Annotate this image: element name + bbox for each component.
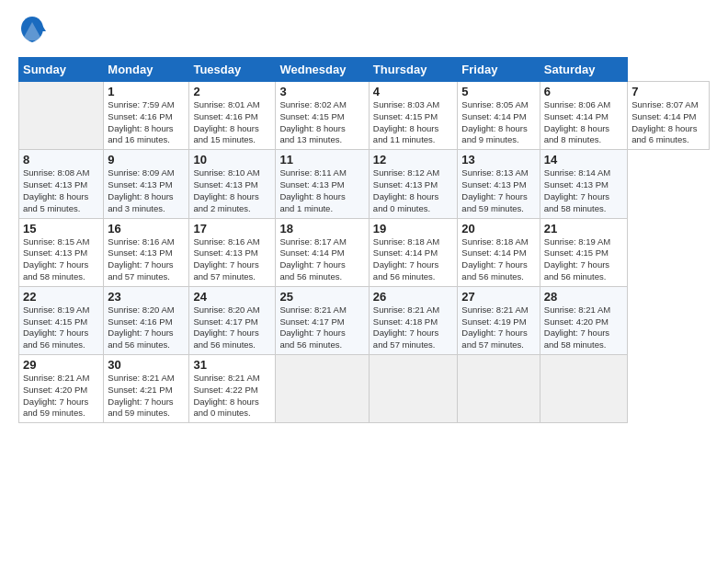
day-number: 29 — [23, 358, 99, 372]
calendar-day-cell: 5Sunrise: 8:05 AM Sunset: 4:14 PM Daylig… — [458, 82, 540, 150]
day-number: 4 — [373, 85, 454, 98]
calendar-week-row: 29Sunrise: 8:21 AM Sunset: 4:20 PM Dayli… — [19, 355, 710, 423]
day-number: 12 — [373, 153, 454, 167]
day-info: Sunrise: 8:21 AM Sunset: 4:19 PM Dayligh… — [461, 304, 535, 351]
calendar-header-wednesday: Wednesday — [276, 58, 369, 82]
calendar-day-cell: 2Sunrise: 8:01 AM Sunset: 4:16 PM Daylig… — [189, 82, 276, 150]
calendar-day-cell: 31Sunrise: 8:21 AM Sunset: 4:22 PM Dayli… — [189, 355, 276, 423]
day-number: 27 — [461, 290, 535, 304]
day-info: Sunrise: 8:08 AM Sunset: 4:13 PM Dayligh… — [23, 167, 99, 214]
calendar-day-cell: 18Sunrise: 8:17 AM Sunset: 4:14 PM Dayli… — [276, 218, 369, 286]
calendar-week-row: 8Sunrise: 8:08 AM Sunset: 4:13 PM Daylig… — [19, 150, 710, 218]
empty-cell — [19, 82, 104, 150]
day-number: 15 — [23, 222, 99, 236]
day-info: Sunrise: 8:02 AM Sunset: 4:15 PM Dayligh… — [279, 99, 364, 146]
calendar-day-cell: 19Sunrise: 8:18 AM Sunset: 4:14 PM Dayli… — [369, 218, 458, 286]
day-number: 28 — [544, 290, 623, 304]
day-info: Sunrise: 8:19 AM Sunset: 4:15 PM Dayligh… — [544, 236, 623, 283]
calendar-day-cell: 28Sunrise: 8:21 AM Sunset: 4:20 PM Dayli… — [540, 286, 627, 354]
logo — [18, 15, 50, 48]
day-info: Sunrise: 8:16 AM Sunset: 4:13 PM Dayligh… — [193, 236, 271, 283]
calendar-header-monday: Monday — [104, 58, 189, 82]
calendar-week-row: 22Sunrise: 8:19 AM Sunset: 4:15 PM Dayli… — [19, 286, 710, 354]
calendar-day-cell: 9Sunrise: 8:09 AM Sunset: 4:13 PM Daylig… — [104, 150, 189, 218]
calendar-header-friday: Friday — [458, 58, 540, 82]
day-number: 20 — [461, 222, 535, 236]
day-number: 23 — [108, 290, 185, 304]
calendar-day-cell: 4Sunrise: 8:03 AM Sunset: 4:15 PM Daylig… — [369, 82, 458, 150]
calendar-header-row: SundayMondayTuesdayWednesdayThursdayFrid… — [19, 58, 710, 82]
calendar-day-cell: 6Sunrise: 8:06 AM Sunset: 4:14 PM Daylig… — [540, 82, 627, 150]
calendar-header-thursday: Thursday — [369, 58, 458, 82]
day-info: Sunrise: 8:21 AM Sunset: 4:20 PM Dayligh… — [23, 373, 99, 419]
day-info: Sunrise: 8:18 AM Sunset: 4:14 PM Dayligh… — [373, 236, 454, 283]
day-number: 7 — [631, 85, 705, 98]
calendar-week-row: 15Sunrise: 8:15 AM Sunset: 4:13 PM Dayli… — [19, 218, 710, 286]
calendar-day-cell: 17Sunrise: 8:16 AM Sunset: 4:13 PM Dayli… — [189, 218, 276, 286]
day-number: 25 — [279, 290, 364, 304]
header — [18, 15, 710, 48]
calendar-table: SundayMondayTuesdayWednesdayThursdayFrid… — [18, 57, 710, 423]
calendar-header-saturday: Saturday — [540, 58, 627, 82]
calendar-day-cell: 20Sunrise: 8:18 AM Sunset: 4:14 PM Dayli… — [458, 218, 540, 286]
day-info: Sunrise: 8:09 AM Sunset: 4:13 PM Dayligh… — [108, 167, 185, 214]
day-info: Sunrise: 8:06 AM Sunset: 4:14 PM Dayligh… — [544, 99, 623, 146]
day-info: Sunrise: 8:13 AM Sunset: 4:13 PM Dayligh… — [461, 167, 535, 214]
day-info: Sunrise: 8:21 AM Sunset: 4:18 PM Dayligh… — [373, 304, 454, 351]
day-number: 5 — [461, 85, 535, 98]
day-number: 31 — [193, 358, 271, 372]
day-info: Sunrise: 8:19 AM Sunset: 4:15 PM Dayligh… — [23, 304, 99, 351]
day-info: Sunrise: 8:17 AM Sunset: 4:14 PM Dayligh… — [279, 236, 364, 283]
logo-icon — [18, 15, 46, 48]
day-number: 11 — [279, 153, 364, 167]
calendar-day-cell: 26Sunrise: 8:21 AM Sunset: 4:18 PM Dayli… — [369, 286, 458, 354]
calendar-day-cell: 27Sunrise: 8:21 AM Sunset: 4:19 PM Dayli… — [458, 286, 540, 354]
day-info: Sunrise: 8:12 AM Sunset: 4:13 PM Dayligh… — [373, 167, 454, 214]
day-number: 21 — [544, 222, 623, 236]
day-number: 19 — [373, 222, 454, 236]
calendar-day-cell: 14Sunrise: 8:14 AM Sunset: 4:13 PM Dayli… — [540, 150, 627, 218]
day-number: 18 — [279, 222, 364, 236]
day-info: Sunrise: 8:10 AM Sunset: 4:13 PM Dayligh… — [193, 167, 271, 214]
day-info: Sunrise: 8:07 AM Sunset: 4:14 PM Dayligh… — [631, 99, 705, 146]
day-number: 10 — [193, 153, 271, 167]
empty-cell — [276, 355, 369, 423]
calendar-day-cell: 23Sunrise: 8:20 AM Sunset: 4:16 PM Dayli… — [104, 286, 189, 354]
calendar-day-cell: 29Sunrise: 8:21 AM Sunset: 4:20 PM Dayli… — [19, 355, 104, 423]
day-info: Sunrise: 8:03 AM Sunset: 4:15 PM Dayligh… — [373, 99, 454, 146]
day-info: Sunrise: 8:11 AM Sunset: 4:13 PM Dayligh… — [279, 167, 364, 214]
calendar-day-cell: 1Sunrise: 7:59 AM Sunset: 4:16 PM Daylig… — [104, 82, 189, 150]
day-number: 24 — [193, 290, 271, 304]
day-number: 1 — [108, 85, 185, 98]
calendar-day-cell: 3Sunrise: 8:02 AM Sunset: 4:15 PM Daylig… — [276, 82, 369, 150]
calendar-day-cell: 25Sunrise: 8:21 AM Sunset: 4:17 PM Dayli… — [276, 286, 369, 354]
empty-cell — [458, 355, 540, 423]
day-info: Sunrise: 8:21 AM Sunset: 4:20 PM Dayligh… — [544, 304, 623, 351]
day-number: 26 — [373, 290, 454, 304]
day-info: Sunrise: 8:01 AM Sunset: 4:16 PM Dayligh… — [193, 99, 271, 146]
day-info: Sunrise: 8:05 AM Sunset: 4:14 PM Dayligh… — [461, 99, 535, 146]
calendar-day-cell: 24Sunrise: 8:20 AM Sunset: 4:17 PM Dayli… — [189, 286, 276, 354]
day-info: Sunrise: 8:21 AM Sunset: 4:22 PM Dayligh… — [193, 373, 271, 419]
day-number: 6 — [544, 85, 623, 98]
day-info: Sunrise: 7:59 AM Sunset: 4:16 PM Dayligh… — [108, 99, 185, 146]
empty-cell — [540, 355, 627, 423]
calendar-day-cell: 10Sunrise: 8:10 AM Sunset: 4:13 PM Dayli… — [189, 150, 276, 218]
day-info: Sunrise: 8:16 AM Sunset: 4:13 PM Dayligh… — [108, 236, 185, 283]
calendar-day-cell: 15Sunrise: 8:15 AM Sunset: 4:13 PM Dayli… — [19, 218, 104, 286]
calendar-header-sunday: Sunday — [19, 58, 104, 82]
calendar-day-cell: 7Sunrise: 8:07 AM Sunset: 4:14 PM Daylig… — [628, 82, 710, 150]
calendar-day-cell: 21Sunrise: 8:19 AM Sunset: 4:15 PM Dayli… — [540, 218, 627, 286]
day-info: Sunrise: 8:21 AM Sunset: 4:17 PM Dayligh… — [279, 304, 364, 351]
calendar-day-cell: 12Sunrise: 8:12 AM Sunset: 4:13 PM Dayli… — [369, 150, 458, 218]
day-info: Sunrise: 8:21 AM Sunset: 4:21 PM Dayligh… — [108, 373, 185, 419]
calendar-day-cell: 16Sunrise: 8:16 AM Sunset: 4:13 PM Dayli… — [104, 218, 189, 286]
calendar-week-row: 1Sunrise: 7:59 AM Sunset: 4:16 PM Daylig… — [19, 82, 710, 150]
day-number: 2 — [193, 85, 271, 98]
day-info: Sunrise: 8:18 AM Sunset: 4:14 PM Dayligh… — [461, 236, 535, 283]
calendar-day-cell: 8Sunrise: 8:08 AM Sunset: 4:13 PM Daylig… — [19, 150, 104, 218]
calendar-day-cell: 13Sunrise: 8:13 AM Sunset: 4:13 PM Dayli… — [458, 150, 540, 218]
calendar-day-cell: 30Sunrise: 8:21 AM Sunset: 4:21 PM Dayli… — [104, 355, 189, 423]
calendar-day-cell: 11Sunrise: 8:11 AM Sunset: 4:13 PM Dayli… — [276, 150, 369, 218]
day-number: 17 — [193, 222, 271, 236]
